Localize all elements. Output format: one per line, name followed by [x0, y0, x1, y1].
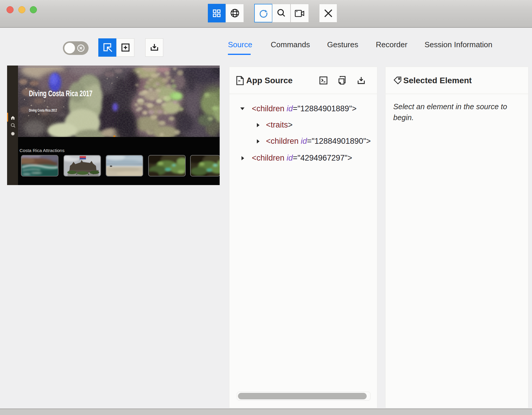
svg-text:Diving Costa Rica 2017: Diving Costa Rica 2017: [29, 89, 92, 98]
svg-text:Costa Rica Attractions: Costa Rica Attractions: [19, 148, 65, 153]
svg-text:Diving Costa Rica 2017: Diving Costa Rica 2017: [29, 108, 57, 112]
